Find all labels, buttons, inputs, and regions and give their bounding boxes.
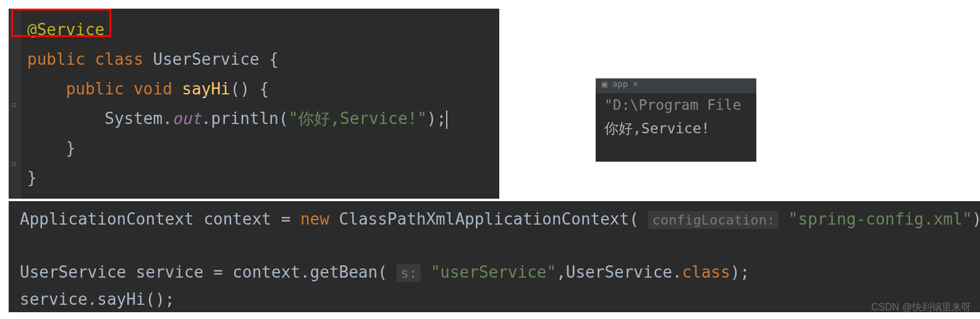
code-line[interactable]: service.sayHi();	[9, 286, 980, 312]
code-line[interactable]: }	[9, 163, 499, 193]
code-line[interactable]	[9, 233, 980, 259]
text-cursor	[446, 110, 447, 129]
code-line[interactable]: }	[9, 133, 499, 163]
console-line: "D:\Program File	[596, 93, 756, 117]
code-line[interactable]: public void sayHi() {	[9, 74, 499, 104]
console-output-panel[interactable]: ▣ app × "D:\Program File 你好,Service!	[596, 78, 756, 162]
watermark-text: CSDN @快到锅里来呀	[871, 301, 971, 314]
code-line[interactable]: @Service	[9, 15, 499, 44]
code-editor-panel-1[interactable]: ⊟ ⊟ @Service public class UserService { …	[9, 9, 499, 199]
code-line[interactable]: System.out.println("你好,Service!");	[9, 104, 499, 133]
annotation-token: @Service	[27, 20, 104, 39]
console-line: 你好,Service!	[596, 117, 756, 140]
code-line[interactable]: UserService service = context.getBean( s…	[9, 259, 980, 286]
fold-icon[interactable]: ⊟	[12, 149, 18, 155]
code-line[interactable]: ApplicationContext context = new ClassPa…	[9, 206, 980, 233]
param-hint: s:	[397, 264, 421, 282]
code-line[interactable]: public class UserService {	[9, 44, 499, 74]
code-editor-panel-2[interactable]: ApplicationContext context = new ClassPa…	[9, 201, 980, 312]
console-tab[interactable]: ▣ app ×	[596, 78, 756, 93]
editor-gutter: ⊟ ⊟	[9, 9, 21, 199]
param-hint: configLocation:	[648, 211, 779, 229]
fold-icon[interactable]: ⊟	[12, 90, 18, 96]
